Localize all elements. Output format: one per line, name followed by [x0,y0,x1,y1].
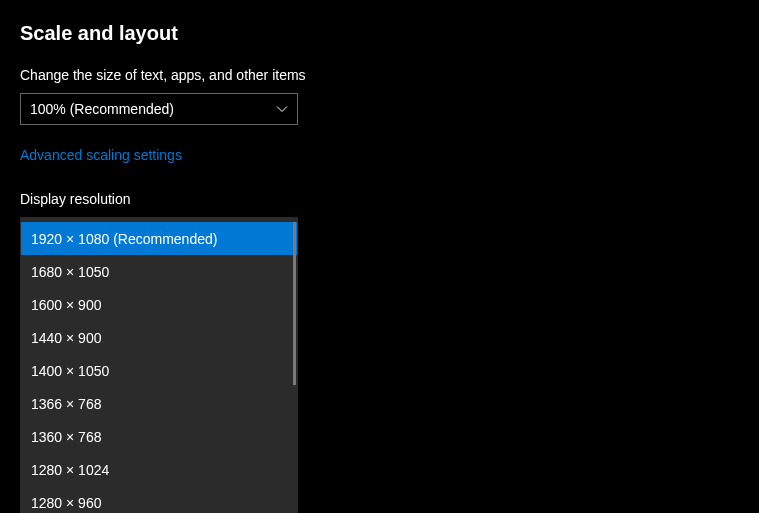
resolution-option[interactable]: 1360 × 768 [21,420,297,453]
scale-dropdown-value: 100% (Recommended) [30,101,174,117]
resolution-option[interactable]: 1600 × 900 [21,288,297,321]
section-title: Scale and layout [20,22,739,45]
scale-dropdown[interactable]: 100% (Recommended) [20,93,298,125]
scrollbar-track [293,222,296,513]
advanced-scaling-link[interactable]: Advanced scaling settings [20,147,182,163]
resolution-dropdown-open[interactable]: 1920 × 1080 (Recommended) 1680 × 1050 16… [20,217,298,513]
resolution-option[interactable]: 1366 × 768 [21,387,297,420]
resolution-option[interactable]: 1680 × 1050 [21,255,297,288]
scrollbar-thumb[interactable] [293,222,296,385]
chevron-down-icon [276,103,288,115]
resolution-option[interactable]: 1440 × 900 [21,321,297,354]
resolution-label: Display resolution [20,191,739,207]
resolution-option[interactable]: 1280 × 1024 [21,453,297,486]
scale-label: Change the size of text, apps, and other… [20,67,739,83]
resolution-option[interactable]: 1400 × 1050 [21,354,297,387]
resolution-option[interactable]: 1280 × 960 [21,486,297,513]
resolution-option[interactable]: 1920 × 1080 (Recommended) [21,222,297,255]
